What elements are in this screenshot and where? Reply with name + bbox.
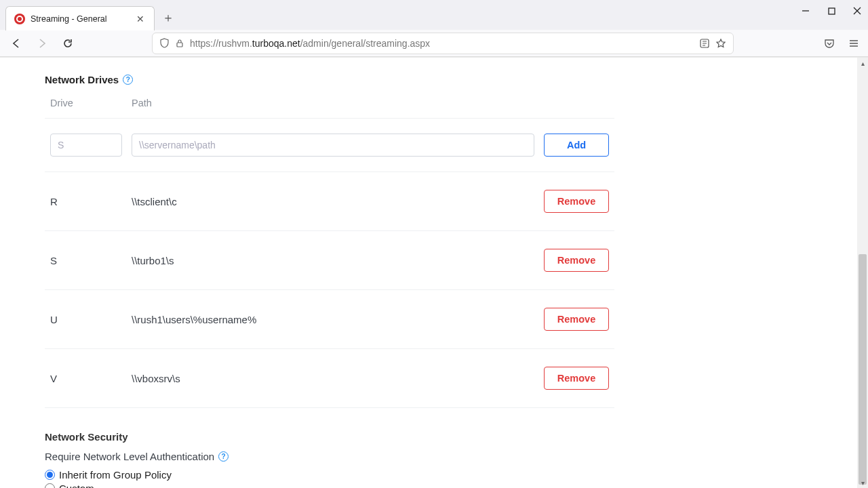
reader-mode-icon[interactable] — [699, 38, 710, 49]
drive-letter: R — [50, 196, 132, 207]
add-drive-row: Add — [45, 119, 614, 172]
drive-letter-input[interactable] — [50, 134, 122, 157]
browser-tab-bar: Streaming - General ✕ ＋ — [0, 0, 868, 30]
drive-letter: U — [50, 314, 132, 325]
drive-path: \\rush1\users\%username% — [132, 314, 544, 325]
col-drive-label: Drive — [50, 98, 132, 108]
help-icon[interactable]: ? — [218, 451, 229, 462]
table-row: S \\turbo1\s Remove — [45, 231, 614, 290]
table-row: U \\rush1\users\%username% Remove — [45, 290, 614, 349]
radio-custom[interactable]: Custom — [45, 483, 614, 488]
browser-tab[interactable]: Streaming - General ✕ — [5, 6, 155, 30]
drive-path: \\turbo1\s — [132, 255, 544, 266]
scrollbar-thumb[interactable] — [859, 254, 867, 485]
svg-rect-4 — [177, 43, 182, 47]
page-content: Network Drives ? Drive Path Add — [0, 58, 857, 488]
drive-letter: V — [50, 373, 132, 384]
reload-button[interactable] — [58, 34, 77, 53]
radio-inherit[interactable]: Inherit from Group Policy — [45, 469, 614, 481]
network-drives-heading: Network Drives ? — [45, 74, 614, 85]
table-row: V \\vboxsrv\s Remove — [45, 349, 614, 408]
tab-favicon — [14, 14, 25, 24]
network-security-heading: Network Security — [45, 431, 614, 443]
table-header: Drive Path — [45, 98, 614, 119]
new-tab-button[interactable]: ＋ — [159, 8, 178, 27]
forward-button[interactable] — [33, 34, 52, 53]
browser-toolbar: https://rushvm.turboqa.net/admin/general… — [0, 30, 868, 57]
back-button[interactable] — [7, 34, 26, 53]
shield-icon[interactable] — [159, 38, 170, 48]
nla-label: Require Network Level Authentication ? — [45, 451, 614, 462]
pocket-icon[interactable] — [822, 36, 837, 51]
url-text: https://rushvm.turboqa.net/admin/general… — [190, 38, 694, 49]
col-path-label: Path — [132, 98, 528, 108]
drive-path: \\tsclient\c — [132, 196, 544, 207]
drive-path: \\vboxsrv\s — [132, 373, 544, 384]
add-button[interactable]: Add — [544, 134, 609, 157]
close-tab-icon[interactable]: ✕ — [135, 14, 146, 24]
remove-button[interactable]: Remove — [544, 367, 609, 390]
vertical-scrollbar[interactable]: ▴ ▾ — [857, 58, 868, 488]
window-maximize-button[interactable] — [825, 4, 838, 18]
lock-icon[interactable] — [175, 39, 184, 48]
help-icon[interactable]: ? — [123, 75, 133, 85]
drive-letter: S — [50, 255, 132, 266]
tab-title: Streaming - General — [31, 14, 130, 24]
radio-custom-input[interactable] — [45, 483, 55, 488]
radio-inherit-input[interactable] — [45, 470, 55, 480]
drive-path-input[interactable] — [132, 134, 534, 157]
bookmark-star-icon[interactable] — [715, 38, 726, 49]
svg-rect-1 — [829, 8, 835, 14]
app-menu-icon[interactable] — [846, 36, 861, 51]
scroll-down-icon[interactable]: ▾ — [857, 477, 868, 488]
window-close-button[interactable] — [850, 4, 864, 18]
address-bar[interactable]: https://rushvm.turboqa.net/admin/general… — [152, 33, 734, 54]
remove-button[interactable]: Remove — [544, 190, 609, 213]
scroll-up-icon[interactable]: ▴ — [857, 58, 868, 68]
remove-button[interactable]: Remove — [544, 249, 609, 272]
table-row: R \\tsclient\c Remove — [45, 172, 614, 231]
remove-button[interactable]: Remove — [544, 308, 609, 331]
window-minimize-button[interactable] — [799, 4, 812, 18]
